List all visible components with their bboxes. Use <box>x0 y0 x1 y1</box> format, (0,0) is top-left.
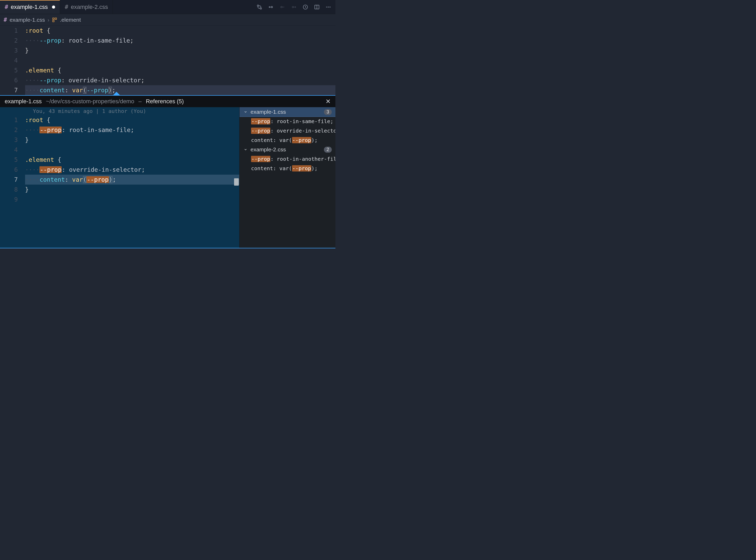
editor-line[interactable]: 2····--prop: root-in-same-file; <box>0 125 239 135</box>
editor-line[interactable]: 9 <box>0 195 239 204</box>
tab-example-1-css[interactable]: #example-1.css <box>0 0 60 14</box>
app-root: #example-1.css#example-2.css <box>0 0 335 248</box>
code-content: ····--prop: override-in-selector; <box>25 165 239 175</box>
reference-file-name: example-2.css <box>251 146 321 153</box>
line-number: 5 <box>0 155 25 165</box>
symbol-struct-icon <box>52 17 57 22</box>
reference-item[interactable]: --prop: override-in-selector; <box>239 126 335 136</box>
editor-line[interactable]: 4 <box>0 145 239 155</box>
editor-line[interactable]: 1:root { <box>0 26 335 36</box>
editor-line[interactable]: 1:root { <box>0 115 239 125</box>
peek-title-refs: References (5) <box>146 98 184 105</box>
peek-title-file: example-1.css <box>5 98 42 105</box>
code-content: ····content: var(--prop); <box>25 175 239 184</box>
prev-change-icon[interactable] <box>268 4 274 11</box>
svg-point-4 <box>292 6 294 8</box>
line-number: 1 <box>0 115 25 125</box>
reference-count-badge: 2 <box>324 147 332 153</box>
line-number: 3 <box>0 45 25 56</box>
peek-title-path: ~/dev/css-custom-properties/demo <box>46 98 134 105</box>
peek-view: example-1.css ~/dev/css-custom-propertie… <box>0 95 335 248</box>
breadcrumb-symbol: .element <box>60 17 81 23</box>
svg-point-8 <box>328 6 329 7</box>
close-icon[interactable]: ✕ <box>326 98 331 105</box>
code-content: ····content: var(--prop); <box>25 85 335 95</box>
svg-point-3 <box>281 6 282 8</box>
peek-editor[interactable]: You, 43 minutes ago | 1 author (You)1:ro… <box>0 107 239 248</box>
editor-line[interactable]: 7····content: var(--prop); <box>0 85 335 95</box>
dirty-indicator-icon <box>52 5 55 8</box>
editor-line[interactable]: 7····content: var(--prop); <box>0 175 239 184</box>
svg-rect-11 <box>55 18 57 19</box>
editor-line[interactable]: 4 <box>0 56 335 65</box>
code-content: ····--prop: override-in-selector; <box>25 75 335 85</box>
reference-file[interactable]: example-2.css2 <box>239 145 335 154</box>
css-file-icon: # <box>65 4 68 10</box>
peek-body: You, 43 minutes ago | 1 author (You)1:ro… <box>0 107 335 248</box>
code-content: ····--prop: root-in-same-file; <box>25 36 335 45</box>
editor-line[interactable]: 3} <box>0 45 335 56</box>
svg-point-2 <box>271 6 273 8</box>
codelens[interactable]: You, 43 minutes ago | 1 author (You) <box>0 107 239 115</box>
line-number: 6 <box>0 75 25 85</box>
line-number: 7 <box>0 175 25 184</box>
line-number: 1 <box>0 26 25 36</box>
peek-title-bar: example-1.css ~/dev/css-custom-propertie… <box>0 96 335 107</box>
code-content: :root { <box>25 115 239 125</box>
peek-pointer-icon <box>113 92 120 95</box>
code-content: :root { <box>25 26 335 36</box>
code-content: } <box>25 184 239 195</box>
code-content: } <box>25 45 335 56</box>
editor-line[interactable]: 6····--prop: override-in-selector; <box>0 75 335 85</box>
line-number: 2 <box>0 36 25 45</box>
reference-file[interactable]: example-1.css3 <box>239 107 335 117</box>
git-compare-icon[interactable] <box>256 4 263 11</box>
line-number: 7 <box>0 85 25 95</box>
tab-bar: #example-1.css#example-2.css <box>0 0 335 14</box>
svg-point-0 <box>257 5 259 6</box>
reference-item[interactable]: --prop: root-in-same-file; <box>239 117 335 126</box>
tab-label: example-1.css <box>11 4 48 11</box>
line-number: 2 <box>0 125 25 135</box>
svg-rect-10 <box>53 18 54 19</box>
line-number: 8 <box>0 184 25 195</box>
reference-file-name: example-1.css <box>251 109 321 115</box>
reference-item[interactable]: content: var(--prop); <box>239 164 335 173</box>
next-change-icon[interactable] <box>279 4 286 11</box>
code-content: .element { <box>25 155 239 165</box>
breadcrumb-bar[interactable]: # example-1.css › .element <box>0 14 335 26</box>
editor-line[interactable]: 3} <box>0 135 239 145</box>
next-change-alt-icon[interactable] <box>291 4 297 11</box>
code-content: .element { <box>25 65 335 75</box>
line-number: 4 <box>0 56 25 65</box>
line-number: 6 <box>0 165 25 175</box>
editor-line[interactable]: 5.element { <box>0 65 335 75</box>
scrollbar-thumb[interactable] <box>234 178 239 186</box>
reference-item[interactable]: content: var(--prop); <box>239 136 335 145</box>
split-editor-icon[interactable] <box>314 4 320 11</box>
code-content: ····--prop: root-in-same-file; <box>25 125 239 135</box>
reference-count-badge: 3 <box>324 109 332 115</box>
editor-line[interactable]: 8} <box>0 184 239 195</box>
css-file-icon: # <box>4 17 7 23</box>
editor-line[interactable]: 2····--prop: root-in-same-file; <box>0 36 335 45</box>
svg-point-9 <box>330 6 331 7</box>
chevron-down-icon <box>243 110 248 114</box>
reference-item[interactable]: --prop: root-in-another-file; <box>239 154 335 164</box>
timeline-icon[interactable] <box>302 4 309 11</box>
chevron-down-icon <box>243 148 248 152</box>
line-number: 5 <box>0 65 25 75</box>
more-actions-icon[interactable] <box>325 4 332 11</box>
line-number: 3 <box>0 135 25 145</box>
line-number: 4 <box>0 145 25 155</box>
code-content: } <box>25 135 239 145</box>
tab-label: example-2.css <box>71 4 108 11</box>
references-panel: example-1.css3--prop: root-in-same-file;… <box>239 107 335 248</box>
editor-line[interactable]: 6····--prop: override-in-selector; <box>0 165 239 175</box>
svg-rect-12 <box>53 20 54 22</box>
editor-line[interactable]: 5.element { <box>0 155 239 165</box>
chevron-right-icon: › <box>47 17 49 23</box>
line-number: 9 <box>0 195 25 204</box>
tab-example-2-css[interactable]: #example-2.css <box>60 0 113 14</box>
main-editor[interactable]: 1:root {2····--prop: root-in-same-file;3… <box>0 26 335 95</box>
